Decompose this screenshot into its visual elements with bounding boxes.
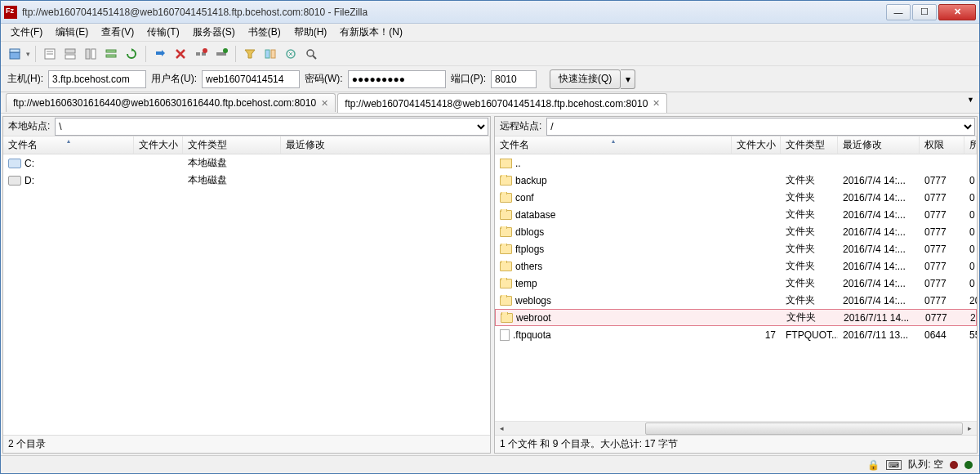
remote-col-name[interactable]: ▴文件名 (495, 136, 732, 154)
local-row[interactable]: C:本地磁盘 (3, 154, 490, 172)
remote-row[interactable]: ftplogs文件夹2016/7/4 14:...07770 0 (495, 240, 977, 257)
file-owner: 0 0 (964, 175, 977, 186)
disconnect-icon[interactable] (192, 45, 210, 63)
file-mtime: 2016/7/4 14:... (838, 226, 920, 238)
file-perm: 0644 (920, 329, 964, 341)
file-mtime: 2016/7/4 14:... (838, 192, 920, 203)
remote-col-mtime[interactable]: 最近修改 (838, 136, 920, 154)
menu-edit[interactable]: 编辑(E) (51, 24, 93, 41)
remote-row[interactable]: conf文件夹2016/7/4 14:...07770 0 (495, 189, 977, 206)
file-mtime: 2016/7/4 14:... (838, 209, 920, 221)
remote-row[interactable]: .. (495, 154, 977, 172)
menu-file[interactable]: 文件(F) (6, 24, 47, 41)
remote-row[interactable]: backup文件夹2016/7/4 14:...07770 0 (495, 172, 977, 189)
remote-path-row: 远程站点: / (495, 117, 977, 136)
minimize-button[interactable]: — (886, 4, 911, 20)
filezilla-window: ftp://web1607041451418@web1607041451418.… (0, 0, 980, 474)
remote-path-select[interactable]: / (546, 118, 975, 136)
file-owner: 0 0 (964, 244, 977, 255)
local-col-name[interactable]: ▴文件名 (3, 136, 134, 154)
pass-label: 密码(W): (305, 72, 343, 86)
tabs-dropdown-icon[interactable]: ▼ (967, 96, 974, 104)
file-perm: 0777 (920, 226, 964, 238)
menu-bookmark[interactable]: 书签(B) (243, 24, 286, 41)
tab-close-icon[interactable]: ✕ (321, 98, 328, 109)
menu-transfer[interactable]: 传输(T) (142, 24, 184, 41)
remote-col-owner[interactable]: 所有者 (964, 136, 977, 154)
remote-col-size[interactable]: 文件大小 (732, 136, 781, 154)
remote-path-label: 远程站点: (495, 119, 546, 133)
toggle-remote-tree-icon[interactable] (82, 45, 100, 63)
compare-icon[interactable] (261, 45, 279, 63)
remote-col-type[interactable]: 文件类型 (781, 136, 838, 154)
file-name: conf (515, 192, 534, 203)
toggle-queue-icon[interactable] (102, 45, 120, 63)
sitemanager-icon[interactable] (6, 45, 24, 63)
file-mtime: 2016/7/11 13... (838, 329, 920, 341)
quickconnect-dropdown[interactable]: ▾ (621, 69, 635, 89)
menu-update[interactable]: 有新版本！(N) (335, 24, 408, 41)
sync-browse-icon[interactable] (282, 45, 300, 63)
remote-row[interactable]: dblogs文件夹2016/7/4 14:...07770 0 (495, 223, 977, 240)
refresh-icon[interactable] (122, 45, 140, 63)
remote-row[interactable]: database文件夹2016/7/4 14:...07770 0 (495, 206, 977, 223)
file-type: FTPQUOT... (781, 329, 838, 341)
local-path-label: 本地站点: (3, 119, 55, 133)
reconnect-icon[interactable] (212, 45, 230, 63)
menu-view[interactable]: 查看(V) (96, 24, 139, 41)
svg-rect-5 (65, 49, 75, 53)
app-icon (4, 6, 17, 19)
file-type: 文件夹 (781, 190, 838, 204)
remote-hscrollbar[interactable]: ◂▸ (495, 421, 977, 435)
menu-help[interactable]: 帮助(H) (289, 24, 332, 41)
local-path-row: 本地站点: \ (3, 117, 490, 136)
file-name: database (515, 209, 555, 221)
file-perm: 0777 (920, 295, 964, 306)
port-label: 端口(P): (451, 72, 486, 86)
toggle-log-icon[interactable] (41, 45, 59, 63)
folder-icon (501, 313, 513, 323)
file-type: 文件夹 (781, 225, 838, 239)
remote-row[interactable]: .ftpquota17FTPQUOT...2016/7/11 13...0644… (495, 326, 977, 343)
local-col-type[interactable]: 文件类型 (183, 136, 281, 154)
remote-list-body[interactable]: ..backup文件夹2016/7/4 14:...07770 0conf文件夹… (495, 154, 977, 421)
svg-point-13 (203, 48, 207, 53)
quickconnect-button[interactable]: 快速连接(Q) (550, 69, 621, 89)
close-button[interactable]: ✕ (938, 4, 976, 20)
remote-col-perm[interactable]: 权限 (920, 136, 964, 154)
pass-input[interactable] (348, 70, 446, 88)
local-path-select[interactable]: \ (55, 118, 488, 136)
cancel-icon[interactable] (172, 45, 189, 63)
local-col-size[interactable]: 文件大小 (134, 136, 183, 154)
host-input[interactable] (48, 70, 146, 88)
filter-icon[interactable] (241, 45, 259, 63)
remote-row[interactable]: webroot文件夹2016/7/11 14...077720160 (495, 309, 977, 326)
folder-icon (500, 262, 512, 271)
file-mtime: 2016/7/4 14:... (838, 295, 920, 306)
file-mtime: 2016/7/4 14:... (838, 261, 920, 272)
local-row[interactable]: D:本地磁盘 (3, 172, 490, 189)
toggle-local-tree-icon[interactable] (61, 45, 79, 63)
remote-row[interactable]: others文件夹2016/7/4 14:...07770 0 (495, 257, 977, 275)
folder-icon (500, 279, 512, 288)
port-input[interactable] (491, 70, 537, 88)
queue-status: 队列: 空 (908, 458, 943, 472)
local-list-body[interactable]: C:本地磁盘D:本地磁盘 (3, 154, 490, 435)
remote-row[interactable]: weblogs文件夹2016/7/4 14:...077720160 (495, 292, 977, 309)
user-input[interactable] (202, 70, 300, 88)
connection-tabs: ftp://web1606301616440@web1606301616440.… (1, 92, 979, 114)
user-label: 用户名(U): (151, 72, 197, 86)
search-icon[interactable] (302, 45, 320, 63)
file-name: .. (515, 158, 521, 169)
process-queue-icon[interactable] (151, 45, 169, 63)
tab-close-icon[interactable]: ✕ (653, 98, 660, 109)
file-type: 文件夹 (781, 173, 838, 187)
connection-tab[interactable]: ftp://web1606301616440@web1606301616440.… (6, 93, 336, 112)
file-perm: 0777 (920, 175, 964, 186)
maximize-button[interactable]: ☐ (912, 4, 937, 20)
remote-row[interactable]: temp文件夹2016/7/4 14:...07770 0 (495, 275, 977, 292)
titlebar: ftp://web1607041451418@web1607041451418.… (1, 1, 979, 24)
connection-tab[interactable]: ftp://web1607041451418@web1607041451418.… (337, 93, 667, 113)
local-col-mtime[interactable]: 最近修改 (281, 136, 490, 154)
menu-server[interactable]: 服务器(S) (188, 24, 240, 41)
